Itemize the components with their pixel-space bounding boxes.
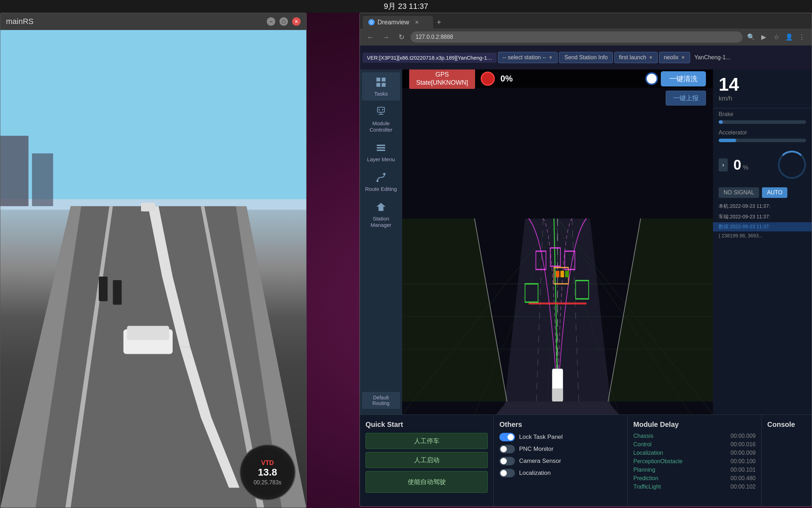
back-button[interactable]: ← [364,31,377,43]
search-button[interactable]: 🔍 [745,31,757,43]
road-scene-svg [0,30,306,508]
close-button[interactable]: ✕ [292,17,301,26]
default-routing-button[interactable]: Default Routing [362,392,400,409]
signal-area: NO SIGNAL AUTO [713,185,812,201]
clean-toggle[interactable] [645,72,658,85]
manual-stop-button[interactable]: 人工停车 [365,433,488,449]
profile-button[interactable]: 👤 [783,31,795,43]
layer-menu-label: Layer Menu [367,156,395,163]
sidebar-item-module-controller[interactable]: Module Controller [362,102,400,137]
auto-button[interactable]: AUTO [762,187,787,198]
lock-task-panel-toggle[interactable] [499,433,515,441]
tab-close-button[interactable]: ✕ [415,19,419,25]
tab-title: Dreamview [377,19,409,26]
manual-start-button[interactable]: 人工启动 [365,452,488,468]
svg-rect-20 [376,83,380,87]
main-content: Tasks Module Controller Layer Menu Route… [360,69,812,415]
station-select-dropdown[interactable]: -- select station -- ▼ [498,52,558,63]
svg-rect-28 [377,147,385,149]
road-scene: VTD 13.8 00:25.783s [0,30,306,508]
maximize-button[interactable]: □ [279,17,288,26]
chassis-label: Chassis [633,433,653,439]
control-time: 00:00.016 [731,441,756,448]
chassis-row: Chassis 00:00.009 [633,433,756,439]
perception-row: PerceptionObstacle 00:00.100 [633,458,756,465]
planning-label: Planning [633,467,655,473]
sidebar-item-station-manager[interactable]: Station Manager [362,197,400,232]
pnc-monitor-toggle[interactable] [499,445,515,453]
speed-unit: km/h [719,95,806,102]
nav-actions: 🔍 ▶ ☆ 👤 ⋮ [745,31,807,43]
route-editing-label: Route Editing [365,186,397,192]
station-manager-icon [375,201,387,213]
tasks-label: Tasks [374,91,388,97]
trafficlight-label: TrafficLight [633,484,661,490]
address-bar[interactable]: 127.0.0.2:8888 [411,31,743,43]
trafficlight-time: 00:00.102 [731,484,756,490]
first-launch-dropdown[interactable]: first launch ▼ [614,52,658,63]
browser-chrome: D Dreamview ✕ + ← → ↻ 127.0.0.2:8888 🔍 ▶… [360,13,812,46]
neolix-label: neolix [664,54,678,61]
localization-label: Localization [519,470,551,477]
camera-sensor-toggle[interactable] [499,457,515,465]
neolix-dropdown[interactable]: neolix ▼ [659,52,690,63]
svg-rect-61 [565,271,569,278]
svg-rect-14 [99,277,107,301]
svg-rect-12 [32,153,53,206]
enable-autopilot-button[interactable]: 使能自动驾驶 [365,471,488,493]
prediction-time: 00:00.480 [731,475,756,482]
gps-status-display: GPS State[UNKNOWN] [409,69,475,89]
accelerator-label: Accelerator [719,129,806,136]
quick-start-title: Quick Start [365,421,488,429]
bookmark-button[interactable]: ☆ [771,31,782,43]
forward-button[interactable]: → [380,31,392,43]
station-select-label: -- select station -- [503,54,546,61]
visualization-area: GPS State[UNKNOWN] 0% 一键清洗 一键上报 [402,69,713,415]
station-chevron-icon: ▼ [548,55,553,60]
info-text-2: 车端:2022-09-23 11:37: [713,211,812,222]
info-text-3: 数据:2022-09-23 11:37: [713,222,812,231]
accelerator-gauge-section: Accelerator [713,127,812,145]
localization-delay-label: Localization [633,450,663,456]
pnc-monitor-row: PNC Monitor [499,445,622,453]
prediction-row: Prediction 00:00.480 [633,475,756,482]
mainrs-content: VTD 13.8 00:25.783s [0,30,306,508]
active-tab[interactable]: D Dreamview ✕ [363,16,433,29]
bottom-area: Quick Start 人工停车 人工启动 使能自动驾驶 Others Lock… [360,415,812,506]
sidebar-item-tasks[interactable]: Tasks [362,72,400,101]
gps-state-label: State[UNKNOWN] [416,79,468,87]
browser-nav-bar: ← → ↻ 127.0.0.2:8888 🔍 ▶ ☆ 👤 ⋮ [360,29,812,46]
localization-delay-row: Localization 00:00.009 [633,450,756,456]
record-button[interactable] [481,72,495,86]
localization-delay-time: 00:00.009 [731,450,756,456]
control-label: Control [633,441,652,448]
svg-rect-51 [552,388,563,401]
no-signal-display: NO SIGNAL [719,187,759,198]
cast-button[interactable]: ▶ [758,31,769,43]
svg-rect-29 [377,150,385,151]
perception-label: PerceptionObstacle [633,458,683,465]
apollo-toolbar: VER:[X3P31][x86.t20220718.x3p.189][YanCh… [360,46,812,69]
refresh-button[interactable]: ↻ [395,31,408,43]
sidebar-item-layer-menu[interactable]: Layer Menu [362,138,400,166]
accelerator-gauge-fill [719,139,736,142]
clean-button[interactable]: 一键清洗 [661,71,706,86]
info-text-1: 本机:2022-09-23 11:37: [713,201,812,211]
sidebar-item-route-editing[interactable]: Route Editing [362,168,400,196]
module-delay-panel: Module Delay Chassis 00:00.009 Control 0… [628,415,762,506]
svg-marker-34 [376,203,386,207]
svg-marker-66 [496,401,619,415]
svg-rect-27 [377,145,385,146]
minimize-button[interactable]: − [267,17,275,26]
brake-gauge-bar [719,120,806,124]
module-controller-icon [375,105,387,118]
send-station-info-button[interactable]: Send Station Info [559,52,613,63]
upload-button[interactable]: 一键上报 [666,91,706,105]
new-tab-button[interactable]: + [433,16,445,29]
menu-button[interactable]: ⋮ [796,31,807,43]
expand-icon[interactable]: › [719,158,728,171]
localization-toggle[interactable] [499,469,515,477]
viz-svg [402,88,713,415]
speed-value: 14 [719,75,806,93]
speedometer-time: 00:25.783s [253,479,281,486]
